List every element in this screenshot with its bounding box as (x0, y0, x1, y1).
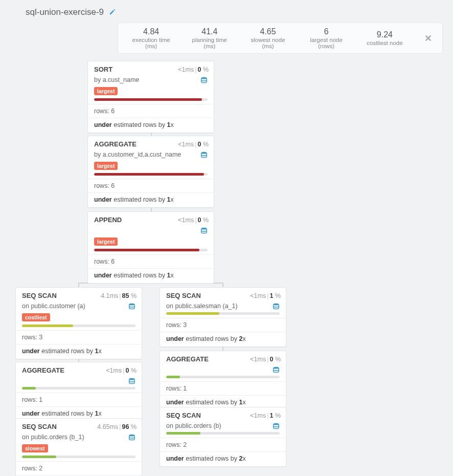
database-icon[interactable] (128, 434, 135, 441)
node-subtitle: by a.cust_name (94, 76, 197, 83)
node-subtitle: on public.orders (b) (166, 422, 269, 429)
rows-line: rows: 3 (16, 331, 142, 344)
node-title: SEQ SCAN (166, 292, 201, 299)
rows-line: rows: 1 (16, 393, 142, 406)
plan-node-aggregate[interactable]: AGGREGATE <1ms|0 % by a.customer_id,a.cu… (87, 136, 214, 208)
progress-bar (94, 249, 199, 251)
database-icon[interactable] (200, 227, 208, 234)
node-subtitle: on public.orders (b_1) (22, 434, 125, 441)
node-metrics: 4.65ms|96 % (97, 423, 137, 430)
stat-slowest-node: 4.65 slowest node (ms) (245, 27, 290, 49)
plan-node-aggregate[interactable]: AGGREGATE <1ms|0 % rows: 1 under estimat… (15, 362, 142, 422)
node-title: SORT (94, 66, 112, 73)
stat-largest-node: 6 largest node (rows) (304, 27, 349, 49)
tag-costliest: costliest (22, 313, 50, 321)
node-title: AGGREGATE (94, 140, 137, 148)
estimate-line: under estimated rows by 1x (16, 344, 142, 359)
node-metrics: 4.1ms|85 % (101, 292, 137, 299)
plan-node-aggregate[interactable]: AGGREGATE <1ms|0 % rows: 1 under estimat… (160, 351, 286, 410)
stat-execution-time: 4.84 execution time (ms) (128, 27, 174, 49)
node-metrics: <1ms|1 % (250, 292, 281, 299)
progress-bar (166, 376, 180, 378)
rows-line: rows: 6 (88, 255, 214, 268)
node-title: SEQ SCAN (166, 412, 201, 419)
database-icon[interactable] (200, 76, 208, 84)
node-metrics: <1ms|0 % (250, 356, 281, 363)
node-title: AGGREGATE (166, 355, 209, 363)
node-subtitle: by a.customer_id,a.cust_name (94, 151, 197, 158)
database-icon[interactable] (200, 151, 208, 159)
estimate-line: under estimated rows by 1x (88, 118, 214, 133)
node-metrics: <1ms|0 % (178, 217, 209, 224)
tag-slowest: slowest (22, 444, 48, 452)
node-title: SEQ SCAN (22, 423, 57, 430)
database-icon[interactable] (273, 422, 280, 430)
node-title: AGGREGATE (22, 366, 64, 374)
page-header: sql-union-exercise-9 (26, 7, 443, 17)
database-icon[interactable] (128, 302, 135, 310)
node-title: SEQ SCAN (22, 292, 57, 299)
plan-node-sort[interactable]: SORT <1ms|0 % by a.cust_name largest row… (87, 61, 214, 133)
node-metrics: <1ms|0 % (106, 367, 137, 374)
node-metrics: <1ms|0 % (178, 141, 209, 148)
progress-bar (94, 98, 202, 101)
progress-bar (22, 387, 36, 390)
plan-node-seqscan[interactable]: SEQ SCAN <1ms|1 % on public.salesman (a_… (160, 287, 286, 347)
plan-tree: SORT <1ms|0 % by a.cust_name largest row… (10, 61, 443, 475)
database-icon[interactable] (273, 366, 280, 374)
edit-icon[interactable] (109, 8, 116, 17)
progress-bar (166, 312, 219, 315)
stat-planning-time: 41.4 planning time (ms) (187, 27, 232, 49)
progress-bar (22, 324, 73, 327)
plan-node-append[interactable]: APPEND <1ms|0 % largest rows: 6 under es… (87, 211, 214, 284)
rows-line: rows: 1 (160, 382, 286, 395)
node-subtitle: on public.customer (a) (22, 302, 125, 310)
stat-costliest-node: 9.24 costliest node (362, 30, 407, 46)
plan-node-seqscan[interactable]: SEQ SCAN 4.65ms|96 % on public.orders (b… (15, 418, 142, 476)
rows-line: rows: 2 (160, 438, 286, 451)
tag-largest: largest (94, 162, 118, 170)
estimate-line: under estimated rows by 2x (160, 452, 286, 466)
estimate-line: under estimated rows by 1x (88, 269, 214, 283)
tag-largest: largest (94, 237, 118, 246)
rows-line: rows: 6 (88, 104, 214, 118)
database-icon[interactable] (273, 302, 280, 310)
page-title: sql-union-exercise-9 (26, 7, 104, 17)
stats-bar: 4.84 execution time (ms) 41.4 planning t… (118, 23, 443, 54)
node-title: APPEND (94, 216, 122, 224)
progress-bar (22, 456, 56, 458)
plan-node-seqscan[interactable]: SEQ SCAN 4.1ms|85 % on public.customer (… (15, 287, 142, 359)
database-icon[interactable] (128, 377, 135, 385)
node-subtitle: on public.salesman (a_1) (166, 302, 269, 310)
rows-line: rows: 6 (88, 179, 214, 192)
progress-bar (94, 173, 204, 176)
estimate-line: under estimated rows by 1x (88, 193, 214, 207)
node-metrics: <1ms|0 % (178, 66, 209, 73)
estimate-line: under estimated rows by 2x (160, 332, 286, 347)
plan-node-seqscan[interactable]: SEQ SCAN <1ms|1 % on public.orders (b) r… (160, 407, 286, 467)
tag-largest: largest (94, 87, 118, 95)
progress-bar (166, 432, 200, 435)
close-icon[interactable]: ✕ (420, 33, 432, 44)
node-metrics: <1ms|1 % (250, 412, 281, 419)
rows-line: rows: 2 (16, 462, 142, 475)
rows-line: rows: 3 (160, 318, 286, 332)
